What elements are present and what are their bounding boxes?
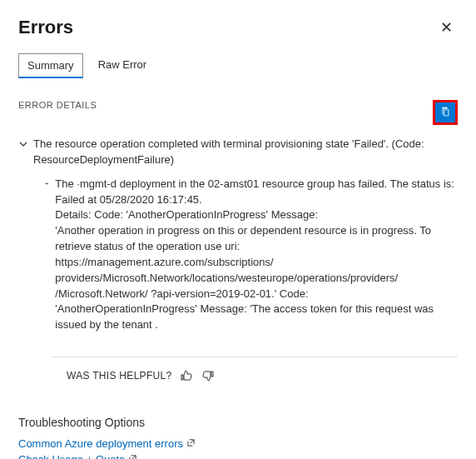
troubleshooting-title: Troubleshooting Options: [18, 416, 458, 429]
close-icon[interactable]: ✕: [435, 17, 458, 38]
link-label: Check Usage + Quota: [18, 453, 125, 459]
helpful-label: WAS THIS HELPFUL?: [67, 370, 171, 382]
thumbs-down-icon[interactable]: [201, 369, 215, 382]
chevron-down-icon[interactable]: [18, 139, 28, 152]
external-link-icon: [128, 453, 137, 459]
link-common-deployment-errors[interactable]: Common Azure deployment errors: [18, 437, 196, 450]
link-label: Common Azure deployment errors: [18, 437, 183, 450]
tab-raw-error[interactable]: Raw Error: [90, 53, 156, 78]
link-check-usage-quota[interactable]: Check Usage + Quota: [18, 453, 137, 459]
error-details-label: ERROR DETAILS: [18, 100, 97, 110]
page-title: Errors: [18, 17, 73, 38]
external-link-icon: [186, 437, 196, 450]
tab-summary[interactable]: Summary: [18, 53, 83, 78]
thumbs-up-icon[interactable]: [180, 369, 193, 382]
copy-button[interactable]: [433, 100, 458, 125]
tabs: Summary Raw Error: [18, 53, 458, 78]
bullet-dash: -: [45, 177, 48, 333]
error-main-message: The resource operation completed with te…: [33, 137, 458, 168]
error-sub-message: The ·mgmt-d deployment in the 02-amst01 …: [55, 177, 458, 333]
divider: [52, 357, 458, 357]
copy-icon: [439, 106, 451, 120]
